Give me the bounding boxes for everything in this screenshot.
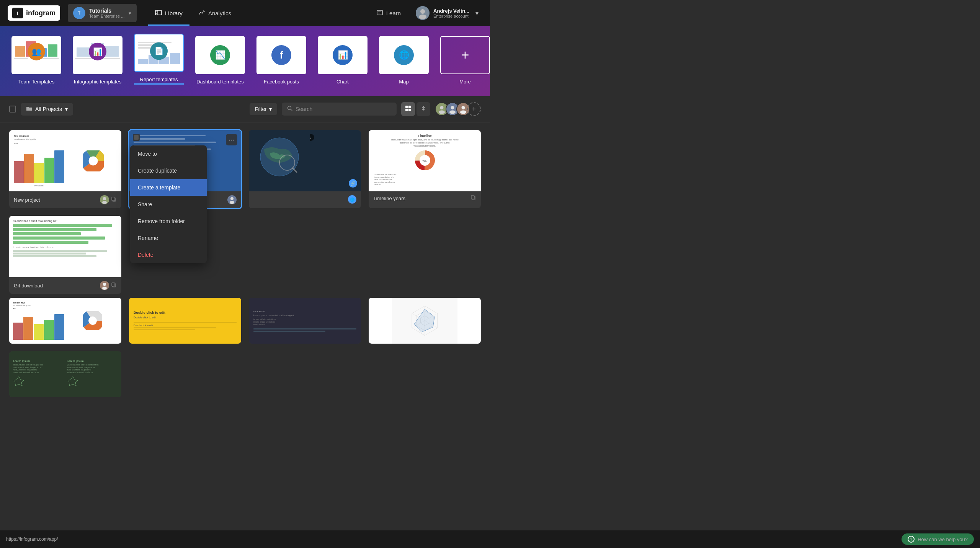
project-name-timeline: Timeline years xyxy=(373,196,405,201)
template-card-more[interactable]: + More xyxy=(440,36,490,85)
project-card-public[interactable]: Public 🔗 🌐 xyxy=(249,130,361,208)
template-label-report: Report templates xyxy=(140,77,178,82)
search-icon xyxy=(287,106,292,113)
logo-icon: i xyxy=(12,8,23,18)
project-card-new-project-2[interactable]: You can have two elements side by side A… xyxy=(9,298,121,344)
template-card-report[interactable]: 📄 Report templates xyxy=(134,34,184,85)
grid-icon xyxy=(405,105,411,113)
nav-library-label: Library xyxy=(165,10,183,16)
search-input[interactable] xyxy=(296,106,391,112)
svg-point-20 xyxy=(460,111,466,114)
project-card-gif[interactable]: To download a chart as a moving GIF It h… xyxy=(9,216,121,294)
svg-point-16 xyxy=(451,106,454,109)
chevron-down-icon: ▾ xyxy=(129,10,131,16)
projects-grid-row2: You can have two elements side by side A… xyxy=(0,298,490,405)
template-card-map[interactable]: 🌐 Map xyxy=(379,36,429,85)
project-card-spider[interactable] xyxy=(369,298,481,344)
template-thumb-more: + xyxy=(440,36,490,74)
user-menu-button[interactable]: Andrejs Veitn... Enterprise account ▾ xyxy=(412,4,482,22)
project-icons-february xyxy=(227,195,237,204)
add-member-button[interactable]: + xyxy=(467,102,481,116)
library-icon xyxy=(155,9,162,17)
filter-label: Filter xyxy=(255,106,267,112)
project-thumb-lorem: Lorem ipsum Tincidunt vitae sem sit volu… xyxy=(9,351,121,397)
svg-rect-9 xyxy=(408,106,411,108)
svg-point-28 xyxy=(102,201,107,204)
learn-label: Learn xyxy=(386,10,401,16)
template-thumb-team: 👥 xyxy=(11,36,61,74)
project-card-yellow[interactable]: Double-click to edit Double-click to edi… xyxy=(129,298,241,344)
search-box[interactable] xyxy=(282,103,397,116)
select-all-checkbox[interactable] xyxy=(9,106,16,113)
template-card-dashboard[interactable]: 📉 Dashboard templates xyxy=(195,36,245,85)
template-card-facebook[interactable]: f Facebook posts xyxy=(256,36,306,85)
template-label-map: Map xyxy=(399,79,408,85)
project-card-timeline[interactable]: Timeline The Earth was small, light blue… xyxy=(369,130,481,208)
context-item-rename[interactable]: Rename xyxy=(130,230,207,246)
user-info: Andrejs Veitn... Enterprise account xyxy=(433,8,469,18)
grid-view-button[interactable] xyxy=(401,102,415,116)
workspace-icon: T xyxy=(73,7,85,19)
svg-point-17 xyxy=(449,111,456,114)
template-thumb-facebook: f xyxy=(256,36,306,74)
sort-button[interactable] xyxy=(416,102,430,116)
project-card-theme[interactable]: • • • eme Lorem ipsum, consectetur adipi… xyxy=(249,298,361,344)
learn-button[interactable]: Learn xyxy=(371,6,406,20)
context-item-remove-folder[interactable]: Remove from folder xyxy=(130,213,207,230)
template-thumb-map: 🌐 xyxy=(379,36,429,74)
template-label-team: Team Templates xyxy=(18,79,54,85)
project-card-new-project[interactable]: You can place two elements side by side … xyxy=(9,130,121,208)
nav-analytics-label: Analytics xyxy=(208,10,231,16)
context-item-delete[interactable]: Delete xyxy=(130,246,207,263)
workspace-button[interactable]: T Tutorials Team Enterprise ... ▾ xyxy=(68,4,137,22)
workspace-sub: Team Enterprise ... xyxy=(89,14,124,18)
select-checkbox-february[interactable] xyxy=(133,134,140,141)
main-nav: Library Analytics xyxy=(148,5,367,21)
project-thumb-theme: • • • eme Lorem ipsum, consectetur adipi… xyxy=(249,298,361,344)
svg-point-46 xyxy=(103,283,106,286)
project-thumb-gif: To download a chart as a moving GIF It h… xyxy=(9,216,121,277)
template-label-more: More xyxy=(459,79,471,85)
svg-rect-3 xyxy=(377,10,382,15)
svg-point-47 xyxy=(102,287,107,290)
project-owner-avatar-new xyxy=(100,195,109,204)
project-thumb-yellow: Double-click to edit Double-click to edi… xyxy=(129,298,241,344)
template-card-chart[interactable]: 📊 Chart xyxy=(318,36,368,85)
header-right: Learn Andrejs Veitn... Enterprise accoun… xyxy=(371,4,482,22)
logo[interactable]: i infogram xyxy=(8,5,60,21)
template-card-team-templates[interactable]: 👥 Team Templates xyxy=(11,36,61,85)
project-icons-gif xyxy=(100,281,117,290)
workspace-text: Tutorials Team Enterprise ... xyxy=(89,8,124,18)
three-dot-button-february[interactable]: ⋯ xyxy=(226,134,237,145)
template-label-infographic: Infographic templates xyxy=(74,79,121,85)
copy-icon-gif xyxy=(111,282,117,289)
filter-button[interactable]: Filter ▾ xyxy=(250,103,277,115)
svg-rect-10 xyxy=(405,109,408,111)
project-thumb-public: Public 🔗 xyxy=(249,130,361,191)
svg-point-6 xyxy=(419,15,426,19)
all-projects-label: All Projects xyxy=(35,106,62,112)
project-card-lorem[interactable]: Lorem ipsum Tincidunt vitae sem sit volu… xyxy=(9,351,121,397)
nav-item-analytics[interactable]: Analytics xyxy=(191,5,238,21)
context-item-share[interactable]: Share xyxy=(130,196,207,213)
project-thumb-timeline: Timeline The Earth was small, light blue… xyxy=(369,130,481,191)
svg-point-7 xyxy=(288,106,291,110)
copy-icon-new xyxy=(111,197,117,203)
template-thumb-chart: 📊 xyxy=(318,36,368,74)
header: i infogram T Tutorials Team Enterprise .… xyxy=(0,0,490,26)
nav-item-library[interactable]: Library xyxy=(148,5,189,21)
svg-rect-44 xyxy=(471,196,474,199)
learn-icon xyxy=(376,9,383,17)
context-item-create-template[interactable]: Create a template xyxy=(130,179,207,196)
all-projects-arrow-icon: ▾ xyxy=(65,106,68,112)
svg-rect-31 xyxy=(134,135,139,140)
all-projects-button[interactable]: All Projects ▾ xyxy=(21,103,73,116)
context-item-move-to[interactable]: Move to xyxy=(130,145,207,162)
project-footer-new-project: New project xyxy=(9,191,121,208)
context-item-duplicate[interactable]: Create duplicate xyxy=(130,162,207,179)
project-icons-new-project xyxy=(100,195,117,204)
view-toggle xyxy=(401,102,430,116)
template-card-infographic[interactable]: 📊 Infographic templates xyxy=(73,36,122,85)
copy-icon-timeline xyxy=(471,195,476,202)
context-menu: Move to Create duplicate Create a templa… xyxy=(130,145,207,263)
